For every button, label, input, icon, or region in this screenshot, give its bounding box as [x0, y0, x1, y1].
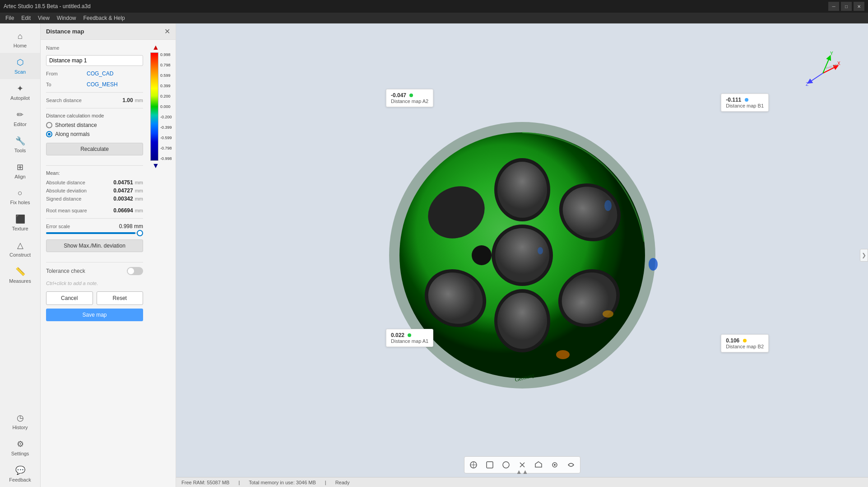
panel-body: Name From COG_CAD To COG_MESH	[41, 40, 149, 327]
panel-close-button[interactable]: ✕	[164, 27, 170, 36]
save-map-button[interactable]: Save map	[46, 309, 143, 321]
cancel-button[interactable]: Cancel	[46, 291, 93, 305]
sidebar-item-history[interactable]: ◷ History	[0, 408, 40, 435]
sidebar-item-measures[interactable]: 📏 Measures	[0, 262, 40, 288]
sidebar-item-autopilot[interactable]: ✦ Autopilot	[0, 79, 40, 105]
error-scale-slider[interactable]	[46, 232, 143, 234]
menu-window[interactable]: Window	[53, 14, 80, 22]
colorbar-wrapper: 0.998 0.798 0.599 0.399 0.200 0.000 -0.2…	[150, 52, 173, 161]
stats-section: Mean: Absolute distance 0.04751 mm Absol…	[46, 170, 143, 202]
scroll-expand-button[interactable]: ▲▲	[516, 468, 529, 475]
minimize-button[interactable]: ─	[828, 2, 839, 11]
stat-label-abs-dev: Absolute deviation	[46, 188, 113, 193]
tool-btn-7[interactable]	[564, 459, 578, 471]
sidebar-item-editor[interactable]: ✏ Editor	[0, 105, 40, 131]
annotation-A1-value-row: 0.022	[391, 332, 428, 338]
annotation-B2: 0.106 Distance map B2	[721, 334, 769, 352]
to-row: To COG_MESH	[46, 81, 143, 88]
measures-icon: 📏	[15, 267, 25, 276]
colorbar-label-9: -0.599	[160, 136, 172, 140]
sidebar-item-fix-holes[interactable]: ○ Fix holes	[0, 184, 40, 210]
annotation-A2: -0.047 Distance map A2	[386, 89, 433, 107]
maximize-button[interactable]: □	[841, 2, 852, 11]
annotation-A1: 0.022 Distance map A1	[386, 329, 433, 347]
rms-label: Root mean square	[46, 208, 113, 213]
svg-text:Z: Z	[806, 82, 808, 87]
viewport[interactable]: Germany -0.047 Distance map A2 -0.111 Di…	[176, 23, 868, 487]
sidebar-item-feedback[interactable]: 💬 Feedback	[0, 461, 40, 487]
menu-file[interactable]: File	[2, 14, 18, 22]
status-memory: Total memory in use: 3046 MB	[249, 480, 316, 485]
svg-point-15	[472, 245, 492, 265]
menu-feedback-help[interactable]: Feedback & Help	[80, 14, 129, 22]
sidebar-item-scan[interactable]: ⬡ Scan	[0, 53, 40, 79]
sidebar-item-tools[interactable]: 🔧 Tools	[0, 131, 40, 158]
sidebar-item-home[interactable]: ⌂ Home	[0, 27, 40, 53]
colorbar-label-6: 0.000	[160, 104, 172, 109]
menu-view[interactable]: View	[34, 14, 53, 22]
to-label: To	[46, 82, 87, 87]
svg-point-18	[603, 310, 613, 318]
history-icon: ◷	[17, 413, 24, 423]
svg-point-9	[497, 293, 547, 349]
texture-icon: ⬛	[15, 214, 25, 224]
svg-point-14	[495, 228, 549, 282]
recalculate-button[interactable]: Recalculate	[46, 143, 143, 155]
annotation-B2-value-row: 0.106	[726, 337, 764, 344]
svg-text:X: X	[837, 61, 840, 66]
menu-edit[interactable]: Edit	[18, 14, 34, 22]
statusbar: Free RAM: 55087 MB | Total memory in use…	[176, 477, 868, 487]
annotation-B2-value: 0.106	[726, 337, 739, 344]
sidebar-item-label: Feedback	[9, 477, 31, 482]
to-value: COG_MESH	[87, 81, 118, 88]
svg-line-24	[823, 57, 830, 73]
radio-normals-label: Along normals	[55, 131, 90, 137]
show-deviation-button[interactable]: Show Max./Min. deviation	[46, 239, 143, 252]
panel-header: Distance map ✕	[41, 23, 176, 40]
tolerance-toggle[interactable]	[127, 267, 143, 275]
svg-point-19	[649, 258, 658, 271]
stat-value-signed: 0.00342	[113, 196, 133, 202]
search-distance-row: Search distance 1.00 mm	[46, 97, 143, 103]
name-input[interactable]	[46, 55, 143, 66]
tool-btn-2[interactable]	[483, 459, 497, 471]
sidebar-item-settings[interactable]: ⚙ Settings	[0, 435, 40, 461]
sidebar-item-align[interactable]: ⊞ Align	[0, 158, 40, 184]
tool-btn-5[interactable]	[531, 459, 546, 471]
distance-calc-label: Distance calculation mode	[46, 113, 143, 118]
tool-btn-1[interactable]	[466, 459, 481, 471]
stat-label-abs-dist: Absolute distance	[46, 180, 113, 185]
right-edge-button[interactable]: ❯	[860, 249, 868, 262]
svg-rect-32	[487, 462, 493, 468]
annotation-A1-dot	[408, 333, 411, 337]
sidebar-item-label: Texture	[12, 226, 28, 231]
app-title: Artec Studio 18.5 Beta - untitled.a3d	[4, 3, 828, 9]
sidebar-item-texture[interactable]: ⬛ Texture	[0, 210, 40, 236]
annotation-A2-dot	[409, 94, 413, 97]
note-text: Ctrl+click to add a note.	[46, 281, 143, 286]
reset-button[interactable]: Reset	[97, 291, 144, 305]
radio-normals[interactable]: Along normals	[46, 131, 143, 137]
main-layout: ⌂ Home ⬡ Scan ✦ Autopilot ✏ Editor 🔧 Too…	[0, 23, 868, 487]
tool-btn-3[interactable]	[499, 459, 513, 471]
sidebar-item-construct[interactable]: △ Construct	[0, 236, 40, 262]
error-scale-value: 0.998 mm	[119, 223, 143, 229]
radio-normals-inner	[48, 133, 51, 136]
tool-btn-6[interactable]	[548, 459, 562, 471]
axes-svg: X Y Z PHILON	[805, 51, 841, 87]
stat-unit-abs-dev: mm	[135, 188, 143, 193]
slider-thumb[interactable]	[137, 230, 143, 236]
svg-point-20	[604, 200, 612, 211]
radio-shortest[interactable]: Shortest distance	[46, 122, 143, 128]
colorbar-arrow-up: ▲	[152, 43, 159, 52]
colorbar-gradient	[150, 52, 158, 161]
close-button[interactable]: ✕	[854, 2, 864, 11]
colorbar-label-3: 0.599	[160, 73, 172, 78]
stat-unit-abs-dist: mm	[135, 180, 143, 185]
status-separator-2: |	[325, 480, 326, 485]
tolerance-check-row: Tolerance check	[46, 267, 143, 275]
colorbar-label-11: -0.998	[160, 156, 172, 161]
stat-signed-distance: Signed distance 0.00342 mm	[46, 196, 143, 202]
slider-track	[46, 232, 143, 234]
colorbar-arrow-down: ▼	[152, 162, 159, 170]
